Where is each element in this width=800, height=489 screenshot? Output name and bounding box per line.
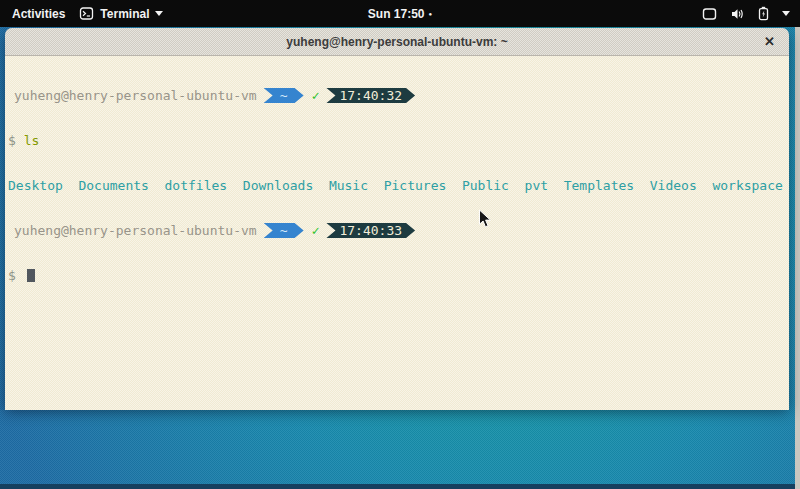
close-button[interactable]: ✕ (764, 28, 775, 55)
input-line: $ (8, 268, 789, 283)
screen-icon (702, 7, 717, 21)
terminal-icon (79, 6, 94, 21)
prompt-symbol: $ (8, 268, 16, 283)
prompt-user-host: yuheng@henry-personal-ubuntu-vm (14, 223, 257, 238)
prompt-line: yuheng@henry-personal-ubuntu-vm~✓17:40:3… (8, 223, 789, 238)
screen-right-edge-strip (795, 27, 800, 489)
screen: Activities Terminal Sun 17:50 ● (0, 0, 800, 489)
chevron-down-icon (782, 11, 790, 16)
app-menu-button[interactable]: Terminal (79, 6, 163, 21)
battery-icon (758, 6, 769, 21)
prompt-symbol: $ (8, 133, 16, 148)
prompt-status-check-icon: ✓ (312, 88, 320, 103)
terminal-content[interactable]: yuheng@henry-personal-ubuntu-vm~✓17:40:3… (5, 56, 789, 410)
prompt-user-host: yuheng@henry-personal-ubuntu-vm (14, 88, 257, 103)
ls-output: Desktop Documents dotfiles Downloads Mus… (8, 178, 789, 193)
prompt-time-segment: 17:40:33 (326, 223, 415, 238)
chevron-down-icon (155, 11, 163, 16)
command-line: $ ls (8, 133, 789, 148)
volume-icon (730, 7, 745, 21)
app-menu-label: Terminal (100, 7, 149, 21)
prompt-line: yuheng@henry-personal-ubuntu-vm~✓17:40:3… (8, 88, 789, 103)
top-bar: Activities Terminal Sun 17:50 ● (0, 0, 800, 27)
activities-button[interactable]: Activities (12, 7, 65, 21)
notification-dot-icon: ● (429, 11, 433, 17)
window-title: yuheng@henry-personal-ubuntu-vm: ~ (286, 35, 507, 49)
clock-button[interactable]: Sun 17:50 (368, 7, 425, 21)
prompt-cwd-segment: ~ (264, 223, 304, 238)
terminal-cursor (27, 269, 35, 282)
screen-bottom-edge-strip (0, 484, 795, 489)
system-status-menu[interactable] (702, 6, 800, 21)
prompt-status-check-icon: ✓ (312, 223, 320, 238)
terminal-window: yuheng@henry-personal-ubuntu-vm: ~ ✕ yuh… (5, 28, 789, 408)
command-text: ls (24, 133, 40, 148)
prompt-time-segment: 17:40:32 (326, 88, 415, 103)
window-titlebar[interactable]: yuheng@henry-personal-ubuntu-vm: ~ ✕ (5, 28, 789, 56)
prompt-cwd-segment: ~ (264, 88, 304, 103)
